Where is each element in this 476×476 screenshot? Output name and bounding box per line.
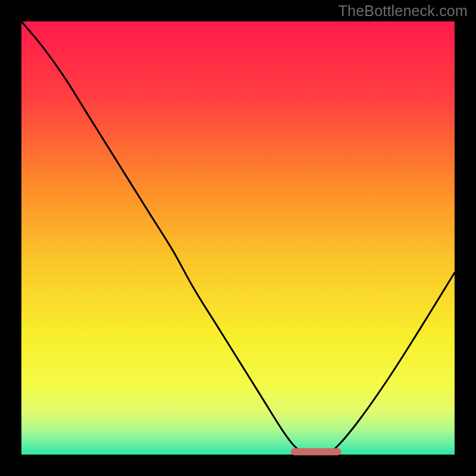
chart-canvas (0, 0, 476, 476)
bottleneck-chart: TheBottleneck.com (0, 0, 476, 476)
chart-plot-area (21, 21, 455, 455)
